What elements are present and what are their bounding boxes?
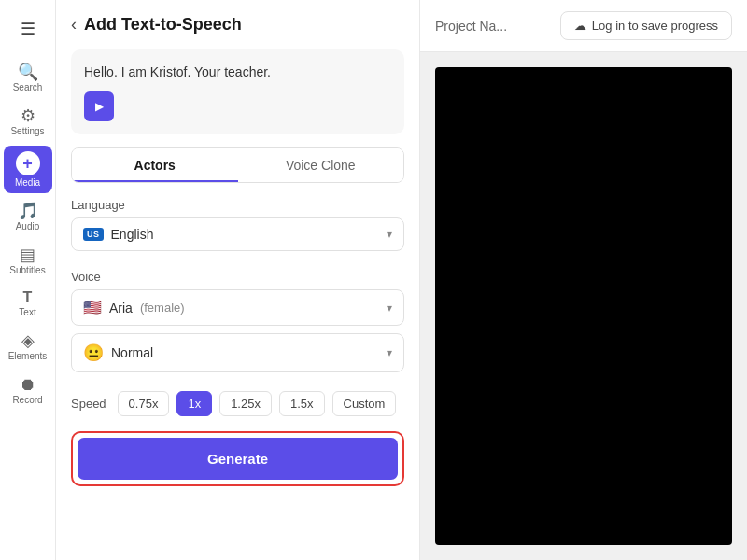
voice-tone-select[interactable]: 😐 Normal ▾	[71, 333, 404, 372]
login-button[interactable]: ☁ Log in to save progress	[560, 11, 732, 40]
sidebar-label-media: Media	[15, 178, 40, 188]
voice-tone-chevron: ▾	[387, 346, 392, 359]
voice-name-left: 🇺🇸 Aria (female)	[83, 299, 185, 316]
sidebar-label-elements: Elements	[8, 352, 48, 361]
voice-tone: Normal	[111, 345, 153, 360]
voice-tone-emoji: 😐	[83, 343, 104, 363]
voice-tab-group: Actors Voice Clone	[71, 147, 404, 183]
project-name[interactable]: Project Na...	[435, 19, 507, 34]
subtitles-icon: ▤	[20, 246, 35, 263]
panel-title: Add Text-to-Speech	[84, 15, 242, 35]
speed-btn-15[interactable]: 1.5x	[279, 391, 325, 416]
sidebar-item-subtitles[interactable]: ▤ Subtitles	[4, 241, 52, 281]
voice-name-select[interactable]: 🇺🇸 Aria (female) ▾	[71, 289, 404, 326]
generate-wrapper: Generate	[71, 431, 404, 486]
language-chevron: ▾	[387, 228, 392, 241]
tts-text[interactable]: Hello. I am Kristof. Your teacher.	[84, 63, 391, 82]
search-icon: 🔍	[18, 63, 38, 80]
sidebar-item-media[interactable]: + Media	[4, 146, 52, 193]
text-input-box: Hello. I am Kristof. Your teacher. ▶	[71, 49, 404, 134]
record-icon: ⏺	[20, 376, 36, 393]
sidebar-label-record: Record	[12, 396, 42, 405]
language-flag: US	[83, 228, 104, 241]
voice-name: Aria	[109, 301, 133, 315]
speed-btn-125[interactable]: 1.25x	[219, 391, 272, 416]
generate-button[interactable]: Generate	[78, 438, 398, 480]
sidebar-item-settings[interactable]: ⚙ Settings	[4, 102, 52, 142]
canvas-topbar: Project Na... ☁ Log in to save progress	[420, 0, 747, 52]
speed-btn-custom[interactable]: Custom	[332, 391, 397, 416]
sidebar-item-record[interactable]: ⏺ Record	[4, 371, 52, 411]
login-label: Log in to save progress	[592, 19, 718, 33]
voice-label: Voice	[71, 270, 404, 284]
voice-name-chevron: ▾	[387, 301, 392, 315]
settings-icon: ⚙	[21, 107, 35, 124]
back-button[interactable]: ‹	[71, 15, 77, 35]
play-button[interactable]: ▶	[84, 91, 114, 121]
audio-icon: 🎵	[18, 203, 38, 219]
elements-icon: ◈	[21, 332, 35, 349]
sidebar-label-search: Search	[13, 83, 43, 92]
sidebar: ☰ 🔍 Search ⚙ Settings + Media 🎵 Audio ▤ …	[0, 0, 56, 560]
sidebar-item-search[interactable]: 🔍 Search	[4, 58, 52, 98]
voice-tone-left: 😐 Normal	[83, 343, 153, 363]
media-icon: +	[16, 151, 40, 175]
sidebar-item-text[interactable]: T Text	[4, 285, 52, 323]
tab-voice-clone[interactable]: Voice Clone	[238, 148, 404, 182]
tts-panel: ‹ Add Text-to-Speech Hello. I am Kristof…	[56, 0, 420, 560]
video-canvas	[435, 67, 732, 545]
language-field: Language US English ▾	[71, 198, 404, 259]
panel-header: ‹ Add Text-to-Speech	[71, 15, 404, 35]
play-icon: ▶	[95, 100, 104, 113]
language-select-left: US English	[83, 227, 153, 242]
speed-control: Speed 0.75x 1x 1.25x 1.5x Custom	[71, 391, 404, 416]
hamburger-menu[interactable]: ☰	[13, 11, 43, 47]
voice-gender: (female)	[140, 301, 185, 315]
canvas-area: Project Na... ☁ Log in to save progress	[420, 0, 747, 560]
language-label: Language	[71, 198, 404, 212]
tab-actors[interactable]: Actors	[72, 148, 238, 182]
sidebar-item-elements[interactable]: ◈ Elements	[4, 327, 52, 367]
sidebar-label-subtitles: Subtitles	[9, 266, 45, 275]
voice-field: Voice 🇺🇸 Aria (female) ▾ 😐 Normal ▾	[71, 270, 404, 380]
sidebar-label-audio: Audio	[16, 222, 40, 231]
sidebar-label-text: Text	[19, 308, 35, 317]
cloud-icon: ☁	[574, 19, 586, 33]
speed-btn-075[interactable]: 0.75x	[118, 391, 170, 416]
voice-flag-icon: 🇺🇸	[83, 299, 102, 316]
text-icon: T	[23, 290, 33, 305]
language-select[interactable]: US English ▾	[71, 217, 404, 251]
speed-btn-1[interactable]: 1x	[176, 391, 212, 416]
speed-label: Speed	[71, 397, 106, 411]
sidebar-item-audio[interactable]: 🎵 Audio	[4, 197, 52, 237]
language-value: English	[111, 227, 154, 242]
sidebar-label-settings: Settings	[10, 127, 44, 136]
